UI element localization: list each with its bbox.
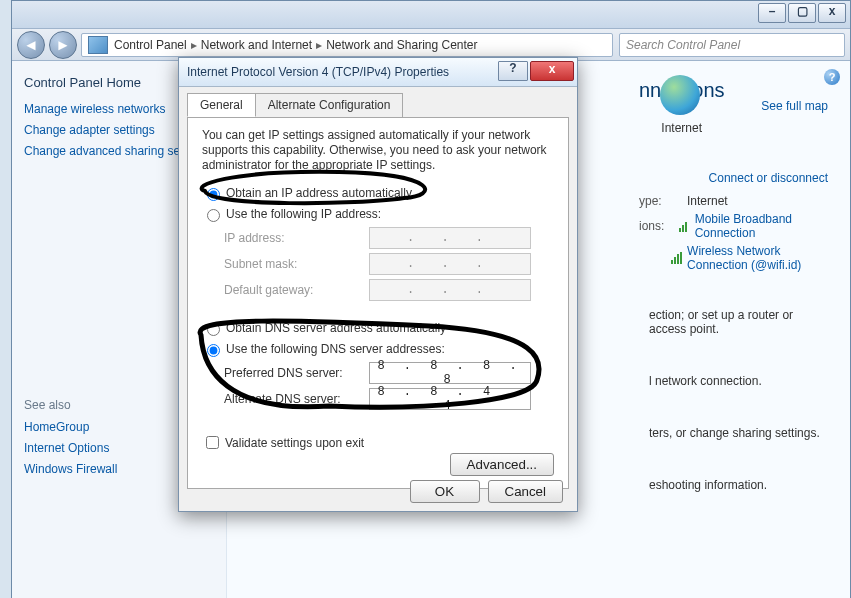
- minimize-button[interactable]: –: [758, 3, 786, 23]
- breadcrumb-part: Network and Internet: [201, 38, 312, 52]
- maximize-button[interactable]: ▢: [788, 3, 816, 23]
- chevron-right-icon: ▸: [191, 38, 197, 52]
- tab-general[interactable]: General: [187, 93, 256, 117]
- text-fragment: l network connection.: [649, 374, 828, 388]
- radio-ip-auto-label: Obtain an IP address automatically: [226, 186, 412, 200]
- alternate-dns-label: Alternate DNS server:: [224, 392, 369, 406]
- svg-rect-0: [679, 228, 681, 232]
- breadcrumb-part: Network and Sharing Center: [326, 38, 477, 52]
- svg-rect-6: [680, 252, 682, 264]
- help-icon[interactable]: ?: [824, 69, 840, 85]
- radio-dns-auto-label: Obtain DNS server address automatically: [226, 321, 446, 335]
- connect-disconnect-link[interactable]: Connect or disconnect: [709, 171, 828, 185]
- radio-ip-auto[interactable]: Obtain an IP address automatically: [202, 185, 554, 201]
- tcpip-properties-dialog: Internet Protocol Version 4 (TCP/IPv4) P…: [178, 57, 578, 512]
- connections-label: ions:: [639, 219, 679, 233]
- access-type-value: Internet: [687, 194, 728, 208]
- breadcrumb[interactable]: Control Panel ▸ Network and Internet ▸ N…: [81, 33, 613, 57]
- connection-link-2[interactable]: Wireless Network Connection (@wifi.id): [687, 244, 828, 272]
- radio-ip-manual[interactable]: Use the following IP address:: [202, 206, 554, 222]
- dialog-close-button[interactable]: x: [530, 61, 574, 81]
- connection-link-1[interactable]: Mobile Broadband Connection: [695, 212, 828, 240]
- access-type-label: ype:: [639, 194, 687, 208]
- ok-button[interactable]: OK: [410, 480, 480, 503]
- ip-address-label: IP address:: [224, 231, 369, 245]
- cancel-button[interactable]: Cancel: [488, 480, 564, 503]
- validate-label: Validate settings upon exit: [225, 436, 364, 450]
- close-button[interactable]: x: [818, 3, 846, 23]
- text-fragment: ters, or change sharing settings.: [649, 426, 828, 440]
- text-fragment: eshooting information.: [649, 478, 828, 492]
- svg-rect-4: [674, 257, 676, 264]
- alternate-dns-field[interactable]: 8 . 8 . 4 . 4: [369, 388, 531, 410]
- dialog-title: Internet Protocol Version 4 (TCP/IPv4) P…: [187, 65, 449, 79]
- radio-dns-auto[interactable]: Obtain DNS server address automatically: [202, 320, 554, 336]
- svg-rect-2: [685, 222, 687, 232]
- panel-icon: [88, 36, 108, 54]
- tab-alternate-config[interactable]: Alternate Configuration: [255, 93, 404, 117]
- window-titlebar: – ▢ x: [12, 1, 850, 29]
- breadcrumb-part: Control Panel: [114, 38, 187, 52]
- search-input[interactable]: Search Control Panel: [619, 33, 845, 57]
- radio-dns-manual-input[interactable]: [207, 344, 220, 357]
- general-panel: You can get IP settings assigned automat…: [187, 117, 569, 489]
- radio-dns-auto-input[interactable]: [207, 323, 220, 336]
- subnet-mask-label: Subnet mask:: [224, 257, 369, 271]
- text-fragment: ection; or set up a router or access poi…: [649, 308, 828, 336]
- default-gateway-label: Default gateway:: [224, 283, 369, 297]
- dialog-titlebar: Internet Protocol Version 4 (TCP/IPv4) P…: [179, 58, 577, 87]
- tab-strip: General Alternate Configuration: [187, 93, 569, 117]
- validate-checkbox[interactable]: [206, 436, 219, 449]
- svg-rect-3: [671, 260, 673, 264]
- preferred-dns-field[interactable]: 8 . 8 . 8 . 8: [369, 362, 531, 384]
- signal-icon: [679, 220, 691, 232]
- svg-rect-5: [677, 254, 679, 264]
- internet-globe-icon: [660, 75, 700, 115]
- dialog-help-button[interactable]: [498, 61, 528, 81]
- radio-dns-manual-label: Use the following DNS server addresses:: [226, 342, 445, 356]
- radio-ip-auto-input[interactable]: [207, 188, 220, 201]
- radio-dns-manual[interactable]: Use the following DNS server addresses:: [202, 341, 554, 357]
- preferred-dns-label: Preferred DNS server:: [224, 366, 369, 380]
- search-placeholder: Search Control Panel: [626, 38, 740, 52]
- svg-rect-1: [682, 225, 684, 232]
- radio-ip-manual-input[interactable]: [207, 209, 220, 222]
- default-gateway-field: . . .: [369, 279, 531, 301]
- description-text: You can get IP settings assigned automat…: [202, 128, 554, 173]
- nav-back-button[interactable]: ◄: [17, 31, 45, 59]
- nav-forward-button[interactable]: ►: [49, 31, 77, 59]
- advanced-button[interactable]: Advanced...: [450, 453, 554, 476]
- subnet-mask-field: . . .: [369, 253, 531, 275]
- validate-checkbox-row[interactable]: Validate settings upon exit: [202, 433, 554, 452]
- internet-caption: Internet: [661, 121, 702, 135]
- ip-address-field: . . .: [369, 227, 531, 249]
- chevron-right-icon: ▸: [316, 38, 322, 52]
- radio-ip-manual-label: Use the following IP address:: [226, 207, 381, 221]
- see-full-map-link[interactable]: See full map: [761, 99, 828, 113]
- wifi-icon: [671, 252, 683, 264]
